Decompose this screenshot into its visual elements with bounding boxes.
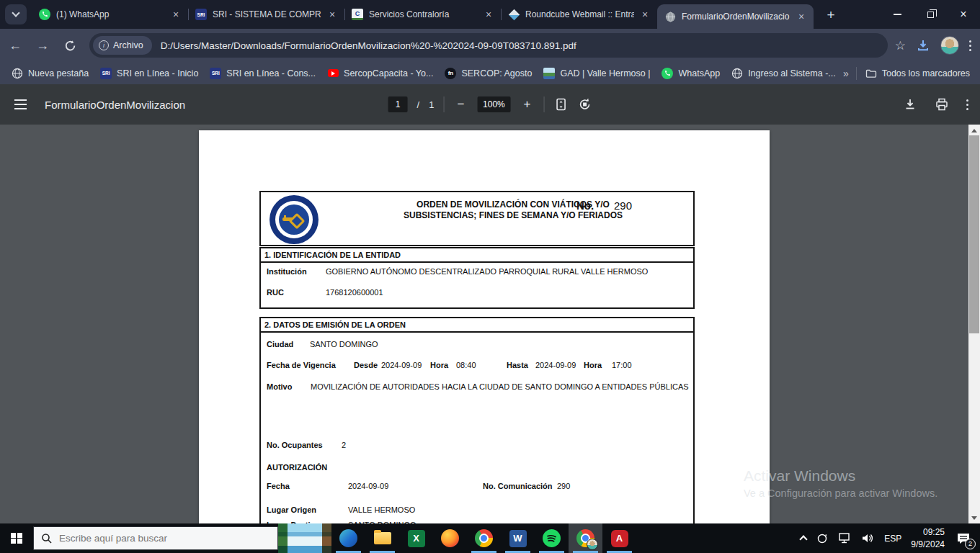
field-lugar-origen: Lugar Origen — [267, 505, 316, 514]
pdf-menu-icon[interactable] — [14, 99, 27, 109]
download-icon[interactable] — [916, 38, 930, 53]
taskbar-chrome[interactable] — [467, 523, 501, 553]
tab-close-icon[interactable]: × — [326, 8, 339, 21]
start-button[interactable] — [0, 523, 33, 553]
bookmark-star-icon[interactable]: ☆ — [895, 38, 906, 53]
profile-avatar[interactable] — [940, 36, 959, 55]
browser-toolbar: ← → i Archivo D:/Users/Master/Downloads/… — [0, 29, 980, 62]
zoom-out-button[interactable]: − — [453, 97, 468, 112]
sri-icon: SRI — [210, 68, 221, 79]
language-indicator[interactable]: ESP — [884, 534, 901, 544]
field-motivo: Motivo — [267, 382, 292, 391]
bookmark-sri-inicio[interactable]: SRI SRI en Línea - Inicio — [100, 68, 198, 79]
url-text[interactable]: D:/Users/Master/Downloads/FormularioOrde… — [161, 40, 576, 51]
contraloria-icon: C — [352, 9, 363, 20]
new-tab-button[interactable]: + — [821, 6, 840, 24]
bookmark-ingreso-sistema[interactable]: Ingreso al Sistema -... — [731, 68, 836, 79]
tab-search-button[interactable] — [5, 4, 27, 24]
file-explorer-icon — [374, 532, 391, 544]
page-total: 1 — [429, 99, 434, 110]
tab-formulario-active[interactable]: FormularioOrdenMovilizacio × — [657, 4, 814, 29]
taskbar-spotify[interactable] — [535, 523, 569, 553]
tab-close-icon[interactable]: × — [795, 10, 808, 23]
taskbar-excel[interactable]: X — [399, 523, 433, 553]
notification-center-button[interactable]: 2 — [954, 529, 973, 548]
tab-whatsapp[interactable]: (1) WhatsApp × — [32, 0, 188, 29]
pdf-toolbar: FormularioOrdenMovilizacion / 1 − 100% + — [0, 84, 980, 125]
profile-avatar-overlay — [587, 539, 598, 550]
print-icon[interactable] — [935, 97, 949, 112]
search-input[interactable] — [59, 533, 239, 544]
form-header-box: ORDEN DE MOVILIZACIÓN CON VIÁTICOS Y/O S… — [259, 191, 695, 246]
page-divider: / — [417, 99, 420, 110]
bookmark-sri-consultas[interactable]: SRI SRI en Línea - Cons... — [210, 68, 316, 79]
field-comunicacion-value: 290 — [557, 482, 570, 490]
rotate-icon[interactable] — [577, 97, 592, 112]
tray-chevron-icon[interactable] — [800, 535, 808, 543]
tab-title: Servicios Contraloría — [369, 9, 478, 19]
field-ruc-value: 1768120600001 — [326, 288, 383, 297]
volume-icon[interactable] — [861, 532, 875, 544]
bookmark-whatsapp[interactable]: WhatsApp — [662, 68, 720, 79]
activate-windows-watermark: Activar Windows Ve a Configuración para … — [744, 467, 937, 499]
restore-button[interactable] — [914, 0, 947, 29]
forward-button[interactable]: → — [30, 33, 55, 58]
chevron-down-icon — [12, 9, 19, 17]
whatsapp-icon — [39, 9, 50, 20]
scroll-down-arrow[interactable] — [968, 512, 980, 523]
page-number-input[interactable] — [388, 96, 408, 112]
tab-title: FormularioOrdenMovilizacio — [682, 12, 790, 22]
close-button[interactable]: × — [947, 0, 980, 29]
back-button[interactable]: ← — [3, 33, 27, 58]
tab-close-icon[interactable]: × — [482, 8, 495, 21]
scrollbar-thumb[interactable] — [969, 135, 979, 333]
bookmark-sercopcapacita[interactable]: SercopCapacita - Yo... — [327, 68, 433, 79]
windows-logo-icon — [11, 533, 22, 544]
reload-button[interactable] — [58, 33, 82, 58]
tab-close-icon[interactable]: × — [638, 8, 651, 21]
fit-page-icon[interactable] — [553, 97, 568, 112]
tab-close-icon[interactable]: × — [169, 8, 182, 21]
taskbar-firefox[interactable] — [433, 523, 467, 553]
menu-icon[interactable] — [969, 40, 971, 51]
zoom-in-button[interactable]: + — [520, 97, 534, 112]
divider — [443, 96, 444, 112]
taskbar-word[interactable]: W — [501, 523, 535, 553]
taskbar-acrobat[interactable]: A — [602, 523, 636, 553]
notification-badge: 2 — [965, 539, 976, 549]
tab-servicios-contraloria[interactable]: C Servicios Contraloría × — [344, 0, 501, 29]
all-bookmarks-button[interactable]: Todos los marcadores — [865, 68, 970, 79]
minimize-button[interactable] — [881, 0, 914, 29]
bookmark-nueva-pestana[interactable]: Nueva pestaña — [12, 68, 89, 79]
pdf-viewport: ORDEN DE MOVILIZACIÓN CON VIÁTICOS Y/O S… — [0, 125, 980, 523]
taskbar-chrome-active[interactable] — [569, 523, 602, 553]
taskbar-edge[interactable] — [331, 523, 365, 553]
file-scheme-chip[interactable]: i Archivo — [93, 36, 152, 55]
tab-sri-comprobantes[interactable]: SRI SRI - SISTEMA DE COMPROB × — [188, 0, 344, 29]
tabs-container: (1) WhatsApp × SRI SRI - SISTEMA DE COMP… — [32, 0, 814, 29]
bookmark-sercop-agosto[interactable]: fn SERCOP: Agosto — [445, 68, 532, 79]
tab-title: (1) WhatsApp — [56, 9, 165, 19]
clock[interactable]: 09:25 9/9/2024 — [911, 526, 945, 549]
waterfall-widget-icon[interactable] — [278, 523, 331, 553]
tab-roundcube[interactable]: Roundcube Webmail :: Entra × — [501, 0, 657, 29]
tray-date: 9/9/2024 — [911, 539, 945, 550]
address-bar[interactable]: i Archivo D:/Users/Master/Downloads/Form… — [89, 33, 888, 58]
taskbar-search[interactable] — [33, 526, 278, 550]
zoom-level[interactable]: 100% — [477, 96, 510, 112]
pdf-scrollbar[interactable] — [968, 125, 980, 523]
taskbar-file-explorer[interactable] — [365, 523, 399, 553]
network-icon[interactable] — [838, 532, 852, 544]
pdf-more-icon[interactable] — [966, 99, 968, 110]
field-fecha-value: 2024-09-09 — [348, 482, 388, 490]
bookmark-gad-valle-hermoso[interactable]: GAD | Valle Hermoso | — [543, 68, 650, 79]
whatsapp-icon — [662, 68, 673, 79]
spotify-icon — [543, 529, 561, 547]
window-controls: × — [881, 0, 980, 29]
pdf-download-icon[interactable] — [903, 97, 917, 112]
section-2-header: 2. DATOS DE EMISIÓN DE LA ORDEN — [261, 318, 693, 333]
scroll-up-arrow[interactable] — [968, 125, 980, 136]
bookmarks-overflow-chevron[interactable]: » — [843, 68, 849, 79]
roundcube-icon — [508, 9, 520, 20]
sync-icon[interactable] — [816, 532, 829, 545]
